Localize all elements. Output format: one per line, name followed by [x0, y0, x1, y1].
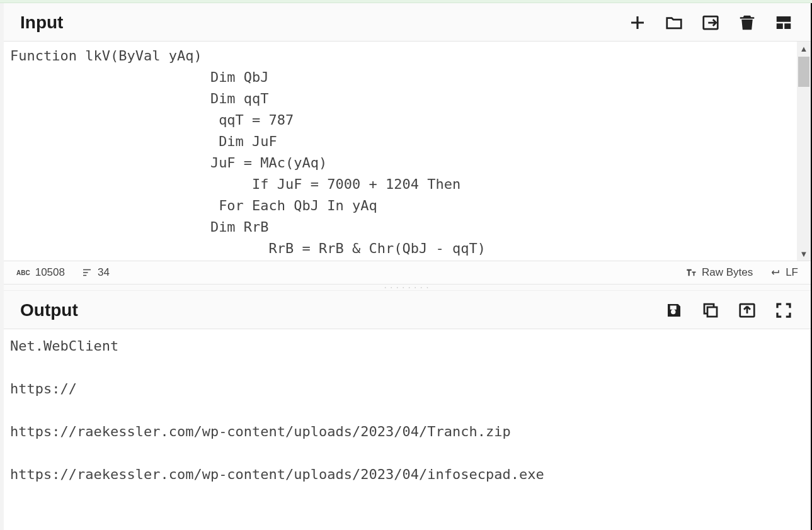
reset-layout-button[interactable]	[773, 12, 794, 33]
input-actions	[627, 12, 794, 33]
delete-button[interactable]	[736, 12, 758, 33]
trash-icon	[738, 13, 757, 32]
return-icon	[769, 267, 781, 278]
svg-rect-1	[777, 16, 791, 22]
maximize-output-button[interactable]	[773, 300, 794, 321]
output-header: Output	[4, 291, 811, 329]
line-count-value: 34	[98, 266, 110, 279]
open-folder-button[interactable]	[663, 12, 685, 33]
svg-rect-2	[777, 23, 783, 29]
import-icon	[701, 13, 720, 32]
move-to-input-button[interactable]	[736, 300, 758, 321]
save-icon	[665, 301, 683, 320]
output-code-area: Net.WebClient https:// https://raekessle…	[4, 329, 811, 530]
folder-icon	[665, 13, 683, 32]
input-status-bar: ABC 10508 34 Raw Bytes LF	[4, 261, 811, 285]
open-file-button[interactable]	[700, 12, 721, 33]
layout-icon	[774, 13, 793, 32]
svg-rect-3	[784, 23, 791, 29]
lines-icon	[81, 267, 93, 278]
output-pane: Output Net.WebClient https:// https://ra…	[4, 291, 811, 530]
plus-icon	[628, 13, 647, 32]
eol-toggle[interactable]: LF	[769, 266, 798, 279]
encoding-toggle[interactable]: Raw Bytes	[685, 266, 753, 279]
encoding-value: Raw Bytes	[702, 266, 753, 279]
output-title: Output	[20, 300, 78, 320]
scroll-down-icon[interactable]: ▼	[797, 247, 811, 261]
eol-value: LF	[786, 266, 798, 279]
line-count: 34	[81, 266, 110, 279]
input-scrollbar[interactable]: ▲ ▼	[797, 42, 811, 261]
scroll-up-icon[interactable]: ▲	[797, 42, 811, 55]
char-count: ABC 10508	[16, 266, 65, 279]
input-header: Input	[4, 3, 811, 42]
output-actions	[663, 300, 794, 321]
input-title: Input	[20, 13, 63, 33]
new-input-button[interactable]	[627, 12, 648, 33]
copy-output-button[interactable]	[700, 300, 721, 321]
scroll-thumb[interactable]	[798, 57, 809, 87]
save-output-button[interactable]	[663, 300, 685, 321]
maximize-icon	[774, 301, 793, 320]
input-pane: Input Function lkV(ByVal	[4, 3, 811, 285]
output-code[interactable]: Net.WebClient https:// https://raekessle…	[4, 329, 811, 530]
tt-icon	[685, 267, 697, 278]
export-icon	[738, 301, 757, 320]
copy-icon	[701, 301, 720, 320]
pane-drag-handle[interactable]: ● ● ● ● ● ● ● ●	[4, 285, 811, 291]
svg-rect-4	[707, 307, 717, 317]
char-count-value: 10508	[35, 266, 65, 279]
main-container: Input Function lkV(ByVal	[0, 3, 812, 530]
abc-icon: ABC	[16, 269, 30, 276]
input-code-area: Function lkV(ByVal yAq) Dim QbJ Dim qqT …	[4, 42, 811, 261]
input-code[interactable]: Function lkV(ByVal yAq) Dim QbJ Dim qqT …	[4, 42, 797, 261]
